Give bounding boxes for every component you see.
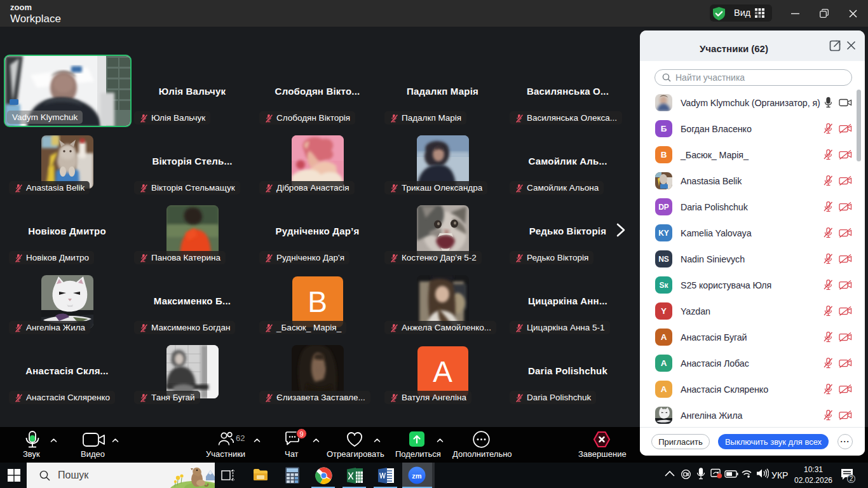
svg-text:zm: zm	[412, 472, 422, 480]
svg-text:2: 2	[850, 475, 853, 482]
